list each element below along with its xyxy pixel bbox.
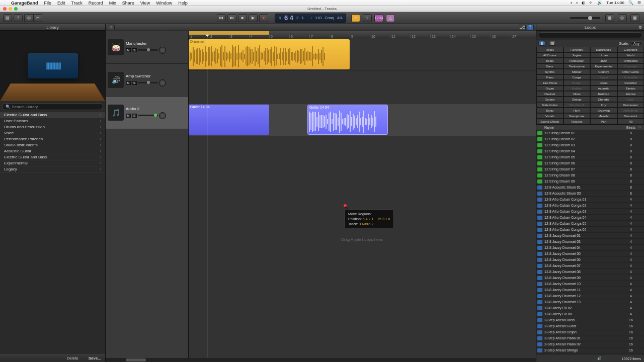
library-category[interactable]: Drums and Percussion› [0,124,105,130]
filter-cell[interactable]: Jingles [564,52,591,58]
filter-cell[interactable]: Organ [536,85,564,91]
filter-cell[interactable]: Beats [536,58,564,63]
filter-cell[interactable]: Percussion [564,58,591,63]
loop-item[interactable]: 12-8 Afro Cuban Conga 01 4 [536,197,644,203]
filter-cell[interactable]: Experimental [590,63,617,69]
loops-button[interactable]: ◎ [618,14,627,22]
volume-slider[interactable] [138,82,158,83]
loops-search-input[interactable] [538,32,642,38]
library-category[interactable]: Studio Instruments› [0,142,105,148]
filter-cell[interactable]: Mallets [564,85,591,91]
library-button[interactable]: ▤ [3,14,12,22]
loop-item[interactable]: 12-8 Afro Cuban Conga 04 4 [536,215,644,221]
mute-button[interactable]: M [126,81,131,85]
track-header[interactable]: 🥁 Manchester M S [106,31,188,64]
add-track-button[interactable]: + [108,25,115,30]
region-guitar-2[interactable]: Guitar 14 04 [307,105,388,135]
menu-app[interactable]: GarageBand [8,1,41,6]
catch-button[interactable]: ⤒ [527,25,534,30]
quick-help-button[interactable]: ? [14,14,23,22]
menu-window[interactable]: Window [153,1,175,6]
loop-item[interactable]: 12-8 Jazzy Drumset 03 4 [536,239,644,245]
master-volume-slider[interactable] [570,17,600,19]
arrange-area[interactable]: 1234567891011121314151617 Drummer Guitar… [189,31,536,358]
filter-cell[interactable]: Dark [617,97,645,102]
loop-item[interactable]: 12 String Dream 04 8 [536,148,644,154]
loop-item[interactable]: 12-8 Afro Cuban Conga 06 4 [536,227,644,233]
filter-cell[interactable]: Urban [590,52,617,58]
forward-button[interactable]: ⏭ [227,14,236,22]
loop-item[interactable]: 12 String Dream 08 8 [536,172,644,178]
column-beats[interactable]: Beats [624,126,638,129]
menu-edit[interactable]: Edit [54,1,68,6]
filter-cell[interactable]: Other Genre [617,69,645,74]
filter-cell[interactable]: Fill [617,119,645,124]
pan-knob[interactable] [159,112,166,119]
horizontal-scrollbar[interactable] [106,358,536,362]
metronome-button[interactable]: △ [386,14,395,22]
filter-cell[interactable]: Cheerful [590,97,617,102]
filter-cell[interactable]: Horn [564,108,591,113]
menu-record[interactable]: Record [86,1,106,6]
filter-cell[interactable]: Guitars [536,97,564,102]
filter-cell[interactable]: Saxophone [564,113,591,119]
menu-view[interactable]: View [137,1,153,6]
stop-button[interactable]: ■ [238,14,247,22]
filter-cell[interactable]: Dry [590,102,617,108]
filter-cell[interactable]: Shaker [564,69,591,74]
menu-track[interactable]: Track [68,1,86,6]
loop-item[interactable]: 2-Step Ahead Guitar 16 [536,323,644,329]
filter-cell[interactable]: Slide Guitar [536,102,564,108]
filter-cell[interactable]: Grooving [590,108,617,113]
track-lane[interactable]: Drummer [189,38,536,71]
library-category[interactable]: Performance Patches› [0,136,105,142]
count-in-button[interactable]: 1234 [374,14,383,22]
loop-item[interactable]: 2-Step Ahead Strings 16 [536,347,644,353]
region-guitar-1[interactable]: Guitar 14 04 [189,105,269,135]
pan-knob[interactable] [159,79,166,86]
loops-view-buttons[interactable]: ▦ [549,41,556,46]
scale-dropdown[interactable]: Any [631,41,642,46]
loop-item[interactable]: 2-Step Ahead Piano 02 16 [536,341,644,347]
loop-item[interactable]: 12-8 Afro Cuban Conga 03 4 [536,209,644,215]
track-lane[interactable]: Guitar 14 04 Guitar 14 04 [189,104,536,136]
filter-cell[interactable]: Rock/Blues [590,47,617,52]
column-name[interactable]: Name [543,126,624,129]
close-icon[interactable] [3,7,7,11]
region-drummer[interactable]: Drummer [189,39,350,69]
solo-button[interactable]: S [132,81,137,85]
loop-item[interactable]: 12-8 Afro Cuban Conga 05 4 [536,221,644,227]
filter-cell[interactable]: Orchestral [617,58,645,63]
playhead[interactable] [207,31,207,358]
loop-item[interactable]: 12-8 Jazzy Drumset 04 4 [536,245,644,251]
loop-item[interactable]: 12-8 Jazzy Drumset 13 4 [536,299,644,305]
menu-help[interactable]: Help [175,1,191,6]
loop-item[interactable]: 12-8 Jazzy Drumset 12 4 [536,293,644,299]
library-category[interactable]: Voice› [0,130,105,136]
lcd-display[interactable]: ♫ 6 4 2 1 ↓ 110 Cmaj 4/4 [275,14,346,23]
filter-cell[interactable]: World [617,52,645,58]
volume-icon[interactable]: 🔊 [597,356,602,360]
loop-item[interactable]: 12-8 Jazzy Drumset 09 4 [536,275,644,281]
filter-cell[interactable]: Conga [564,74,591,80]
library-delete-button[interactable]: Delete [67,356,78,360]
filter-cell[interactable]: Favorites [564,47,591,52]
track-header[interactable]: 🔊 Amp Switcher M S [106,64,188,97]
loop-item[interactable]: 12-8 Jazzy Drumset 06 4 [536,257,644,263]
filter-cell[interactable]: Dissonant [617,113,645,119]
filter-cell[interactable]: Electronic [617,47,645,52]
loop-item[interactable]: 12-8 Jazzy Drumset 05 4 [536,251,644,257]
library-search-input[interactable]: 🔍 Search Library [2,103,103,110]
filter-cell[interactable]: Synths [536,69,564,74]
play-button[interactable]: ▶ [249,14,258,22]
filter-cell[interactable]: Clavinet [536,91,564,97]
track-header[interactable]: 🎵 Audio 2 M S [106,97,188,129]
menu-file[interactable]: File [41,1,55,6]
mute-button[interactable]: M [126,48,131,52]
menu-share[interactable]: Share [119,1,137,6]
status-icon[interactable]: ◐ [582,1,585,5]
volume-icon[interactable]: 🔊 [597,1,602,5]
smart-controls-button[interactable]: ◎ [24,14,33,22]
ruler[interactable]: 1234567891011121314151617 [189,31,536,38]
loop-item[interactable]: 2-Step Ahead Piano 01 16 [536,335,644,341]
